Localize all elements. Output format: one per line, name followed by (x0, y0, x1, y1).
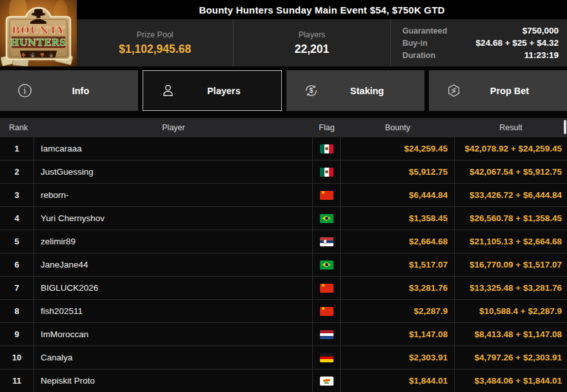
rank-cell: 10 (0, 346, 34, 369)
tab-label-info: Info (32, 86, 138, 96)
buyin-label: Buy-in (403, 39, 428, 48)
result-value: $33,426.72 + $6,444.84 (455, 184, 567, 206)
logo-text-hunters: HUNTERS (10, 37, 66, 48)
rank-cell: 1 (0, 137, 34, 160)
info-icon: i (17, 83, 32, 99)
prop-bet-icon (446, 83, 461, 99)
rank-cell: 9 (0, 323, 34, 346)
country-flag-icon (320, 307, 333, 316)
tab-prop-bet[interactable]: Prop Bet (429, 70, 567, 111)
rank-cell: 2 (0, 161, 34, 183)
result-value: $13,325.48 + $3,281.76 (455, 277, 567, 299)
title-bar: Bounty Hunters Sunday Main Event $54, $7… (77, 0, 567, 19)
bounty-value: $3,281.76 (341, 277, 455, 299)
tab-players[interactable]: Players (143, 70, 282, 111)
bounty-value: $1,358.45 (341, 207, 455, 230)
country-flag-icon (320, 214, 333, 223)
tab-label-prop-bet: Prop Bet (461, 86, 567, 96)
player-name: Nepiskit Proto (34, 369, 313, 392)
player-name: Canalya (34, 346, 313, 369)
flag-cell (313, 184, 341, 206)
buyin-value: $24.68 + $25 + $4.32 (476, 38, 559, 48)
country-flag-icon (320, 330, 333, 339)
player-name: reborn- (34, 184, 313, 206)
flag-cell (313, 161, 341, 183)
tab-label-players: Players (175, 86, 281, 96)
bounty-value: $5,912.75 (341, 161, 455, 183)
guaranteed-value: $750,000 (522, 26, 559, 35)
detail-row-buyin: Buy-in $24.68 + $25 + $4.32 (403, 38, 559, 48)
country-flag-icon (320, 377, 333, 386)
player-name: JaneJane44 (34, 253, 313, 276)
bounty-hunters-logo: BOUNTY HUNTERS ♦ ♣ ♥ ♠ (0, 0, 77, 66)
table-row[interactable]: 6 JaneJane44 $1,517.07 $16,770.09 + $1,5… (0, 253, 567, 277)
duration-value: 11:23:19 (524, 50, 559, 60)
scrollbar-thumb[interactable] (564, 120, 566, 134)
bounty-value: $24,259.45 (341, 137, 455, 160)
bounty-value: $1,844.01 (341, 369, 455, 392)
flag-cell (313, 137, 341, 160)
players-label: Players (299, 30, 326, 39)
table-row[interactable]: 7 BIGLUCK2026 $3,281.76 $13,325.48 + $3,… (0, 277, 567, 300)
table-row[interactable]: 4 Yuri Chernyshov $1,358.45 $26,560.78 +… (0, 207, 567, 230)
flag-cell (313, 230, 341, 253)
duration-label: Duration (403, 51, 435, 60)
rank-cell: 8 (0, 300, 34, 322)
flag-cell (313, 253, 341, 276)
table-row[interactable]: 11 Nepiskit Proto $1,844.01 $3,484.06 + … (0, 369, 567, 392)
player-name: ImMoroccan (34, 323, 313, 346)
rank-cell: 11 (0, 369, 34, 392)
bounty-value: $2,287.9 (341, 300, 455, 322)
detail-row-duration: Duration 11:23:19 (403, 50, 559, 60)
column-header-flag: Flag (313, 123, 341, 132)
rank-cell: 6 (0, 253, 34, 276)
players-stat: Players 22,201 (233, 19, 390, 66)
column-header-rank: Rank (0, 123, 34, 132)
header: BOUNTY HUNTERS ♦ ♣ ♥ ♠ Bounty Hunters Su… (0, 0, 567, 66)
players-value: 22,201 (295, 43, 330, 56)
result-value: $26,560.78 + $1,358.45 (455, 207, 567, 230)
players-icon (160, 83, 175, 99)
rank-cell: 4 (0, 207, 34, 230)
result-value: $8,413.48 + $1,147.08 (455, 323, 567, 346)
tab-info[interactable]: i Info (0, 70, 138, 111)
bounty-value: $1,147.08 (341, 323, 455, 346)
table-row[interactable]: 8 fish202511 $2,287.9 $10,588.4 + $2,287… (0, 300, 567, 323)
result-value: $3,484.06 + $1,844.01 (455, 369, 567, 392)
table-row[interactable]: 1 Iamcaraaa $24,259.45 $42,078.92 + $24,… (0, 137, 567, 161)
country-flag-icon (320, 144, 333, 153)
flag-cell (313, 300, 341, 322)
table-body: 1 Iamcaraaa $24,259.45 $42,078.92 + $24,… (0, 137, 567, 392)
country-flag-icon (320, 237, 333, 246)
player-name: BIGLUCK2026 (34, 277, 313, 299)
svg-text:i: i (23, 86, 26, 95)
country-flag-icon (320, 168, 333, 177)
rank-cell: 3 (0, 184, 34, 206)
tournament-title: Bounty Hunters Sunday Main Event $54, $7… (199, 5, 444, 15)
bounty-value: $2,303.91 (341, 346, 455, 369)
tab-staking[interactable]: $ Staking (286, 70, 424, 111)
prize-pool-label: Prize Pool (137, 30, 174, 39)
bounty-value: $6,444.84 (341, 184, 455, 206)
table-row[interactable]: 2 JustGuessing $5,912.75 $42,067.54 + $5… (0, 161, 567, 184)
flag-cell (313, 346, 341, 369)
flag-cell (313, 369, 341, 392)
staking-icon: $ (303, 83, 319, 99)
country-flag-icon (320, 353, 333, 362)
result-value: $21,105.13 + $2,664.68 (455, 230, 567, 253)
rank-cell: 7 (0, 277, 34, 299)
table-row[interactable]: 10 Canalya $2,303.91 $4,797.26 + $2,303.… (0, 346, 567, 369)
tab-bar: i Info Players $ (0, 70, 567, 111)
table-header: Rank Player Flag Bounty Result (0, 118, 567, 137)
table-row[interactable]: 9 ImMoroccan $1,147.08 $8,413.48 + $1,14… (0, 323, 567, 346)
player-name: zelimir89 (34, 230, 313, 253)
player-name: Iamcaraaa (34, 137, 313, 160)
player-name: fish202511 (34, 300, 313, 322)
column-header-bounty: Bounty (341, 123, 455, 132)
logo-text-bounty: BOUNTY (12, 24, 65, 36)
table-row[interactable]: 3 reborn- $6,444.84 $33,426.72 + $6,444.… (0, 184, 567, 207)
column-header-result: Result (455, 123, 567, 132)
country-flag-icon (320, 191, 333, 200)
table-row[interactable]: 5 zelimir89 $2,664.68 $21,105.13 + $2,66… (0, 230, 567, 253)
result-value: $16,770.09 + $1,517.07 (455, 253, 567, 276)
